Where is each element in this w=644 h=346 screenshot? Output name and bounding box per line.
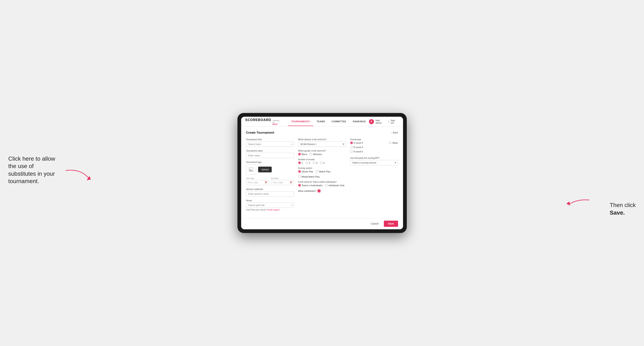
rounds-4[interactable]: 4 <box>320 162 324 164</box>
rounds-3[interactable]: 3 <box>312 162 317 164</box>
rounds-2[interactable]: 2 <box>306 162 310 164</box>
event-type-label: Is this event for Teams and/or Individua… <box>298 181 346 183</box>
division-group: Which division is the event for? NCAA Di… <box>298 138 346 147</box>
form-columns: Tournament Host ▾ Tournament name Tourna <box>246 138 398 214</box>
sponsor-input[interactable] <box>246 191 294 196</box>
user-avatar: B <box>369 119 374 124</box>
form-column-3: Format type 5 count 4 Other <box>350 138 398 214</box>
format-6count4[interactable]: 6 count 4 <box>350 146 398 149</box>
back-link[interactable]: ‹ Back <box>391 131 398 134</box>
tournament-logo-group: Tournament logo Upload <box>246 161 294 174</box>
venue-group: Venue ▾ Can't find your venue? email sup… <box>246 199 294 211</box>
event-teams-radio[interactable] <box>298 184 301 187</box>
nav-committee[interactable]: COMMITTEE <box>328 117 350 126</box>
format-5count4-radio[interactable] <box>350 142 353 144</box>
nav-rankings[interactable]: RANKINGS <box>350 117 369 126</box>
page-header: Create Tournament ‹ Back <box>246 131 398 134</box>
nav-links: TOURNAMENTS TEAMS COMMITTEE RANKINGS <box>288 117 369 126</box>
format-label: Format type <box>350 138 398 141</box>
start-date-placeholder: Pick a date <box>248 181 258 184</box>
save-button[interactable]: Save <box>384 221 398 227</box>
cancel-button[interactable]: Cancel <box>368 221 382 227</box>
format-other[interactable]: Other <box>389 142 398 144</box>
powered-by-label: Powered by <box>273 120 281 123</box>
gender-group: Which gender is the event for? Mens Wome… <box>298 150 346 156</box>
gender-radio-group: Mens Womens <box>298 153 346 156</box>
venue-dropdown-icon: ▾ <box>291 204 292 206</box>
start-date-input[interactable]: Pick a date 📅 <box>246 180 269 185</box>
form-column-2: Which division is the event for? NCAA Di… <box>298 138 346 214</box>
end-date-input[interactable]: Pick a date 📅 <box>271 180 294 185</box>
venue-input[interactable] <box>246 202 294 208</box>
rounds-radio-group: 1 2 3 <box>298 162 346 164</box>
logo-area: SCOREBOARD Powered by clippd <box>245 118 282 125</box>
tournament-host-label: Tournament Host <box>246 138 294 141</box>
event-individuals[interactable]: Individuals Only <box>325 184 344 187</box>
format-group: Format type 5 count 4 Other <box>350 138 398 153</box>
gender-label: Which gender is the event for? <box>298 150 346 152</box>
format-options: 5 count 4 Other 6 count 4 <box>350 142 398 153</box>
scoring-radio-group: Stroke Play Match Play Medal Match Play <box>298 170 346 178</box>
logo-scoreboard: SCOREBOARD <box>245 118 271 122</box>
allow-subs-item[interactable]: Allow substitutes? <box>298 189 346 192</box>
rounds-2-radio[interactable] <box>306 162 308 164</box>
venue-label: Venue <box>246 199 294 202</box>
scoring-medal-radio[interactable] <box>298 175 301 178</box>
tablet-device: SCOREBOARD Powered by clippd TOURNAMENTS… <box>238 113 407 233</box>
allow-subs-group: Allow substitutes? <box>298 189 346 192</box>
scoring-medal[interactable]: Medal Match Play <box>298 175 320 178</box>
scoring-api-group: Use third-party live scoring API? Select… <box>350 157 398 165</box>
event-individuals-radio[interactable] <box>325 184 328 187</box>
email-support-link[interactable]: email support <box>267 209 280 211</box>
scoring-stroke[interactable]: Stroke Play <box>298 170 313 173</box>
scoring-service-select[interactable]: Select a scoring service <box>350 160 398 165</box>
logo-upload-area: Upload <box>246 165 294 174</box>
gender-womens[interactable]: Womens <box>310 153 322 156</box>
form-column-1: Tournament Host ▾ Tournament name Tourna <box>246 138 294 214</box>
rounds-1-radio[interactable] <box>298 162 301 164</box>
tournament-name-group: Tournament name <box>246 150 294 158</box>
event-type-radio-group: Teams (+Individuals) Individuals Only <box>298 184 346 187</box>
allow-subs-label: Allow substitutes? <box>298 190 316 192</box>
gender-mens[interactable]: Mens <box>298 153 307 156</box>
sponsor-label: Sponsor (optional) <box>246 188 294 190</box>
division-select[interactable]: NCAA Division I NCAA Division II NCAA Di… <box>298 142 346 147</box>
bottom-bar: Cancel Save <box>241 218 403 229</box>
nav-teams[interactable]: TEAMS <box>313 117 328 126</box>
rounds-3-radio[interactable] <box>312 162 315 164</box>
page-title: Create Tournament <box>246 131 274 134</box>
date-row: Start date Pick a date 📅 End date <box>246 177 294 185</box>
gender-mens-radio[interactable] <box>298 153 301 156</box>
tournament-name-input[interactable] <box>246 153 294 158</box>
start-date-wrap: Start date Pick a date 📅 <box>246 177 269 185</box>
sponsor-group: Sponsor (optional) <box>246 188 294 196</box>
gender-womens-radio[interactable] <box>310 153 312 156</box>
upload-button[interactable]: Upload <box>258 167 272 173</box>
end-date-placeholder: Pick a date <box>273 181 283 184</box>
tournament-host-input[interactable] <box>246 142 294 147</box>
format-5count4[interactable]: 5 count 4 <box>350 142 363 144</box>
rounds-group: Number of rounds 1 2 <box>298 158 346 164</box>
event-type-group: Is this event for Teams and/or Individua… <box>298 181 346 187</box>
scoring-match-radio[interactable] <box>316 170 318 173</box>
allow-subs-checkbox[interactable] <box>318 189 320 192</box>
scoring-label: Scoring system <box>298 167 346 169</box>
logo-placeholder <box>246 165 256 174</box>
scoring-match[interactable]: Match Play <box>316 170 330 173</box>
format-6count4-radio[interactable] <box>350 146 353 149</box>
event-teams[interactable]: Teams (+Individuals) <box>298 184 322 187</box>
start-date-calendar-icon: 📅 <box>265 181 267 184</box>
rounds-1[interactable]: 1 <box>298 162 303 164</box>
tournament-host-group: Tournament Host ▾ <box>246 138 294 147</box>
rounds-label: Number of rounds <box>298 158 346 161</box>
sign-out-link[interactable]: Sign out <box>390 119 399 124</box>
format-other-radio[interactable] <box>389 142 392 144</box>
venue-help: Can't find your venue? email support <box>246 209 294 211</box>
format-6count5[interactable]: 6 count 5 <box>350 150 398 153</box>
scoring-stroke-radio[interactable] <box>298 170 301 173</box>
navbar: SCOREBOARD Powered by clippd TOURNAMENTS… <box>241 117 403 127</box>
format-6count5-radio[interactable] <box>350 150 353 153</box>
end-date-calendar-icon: 📅 <box>290 181 292 184</box>
rounds-4-radio[interactable] <box>320 162 322 164</box>
nav-tournaments[interactable]: TOURNAMENTS <box>288 117 313 126</box>
